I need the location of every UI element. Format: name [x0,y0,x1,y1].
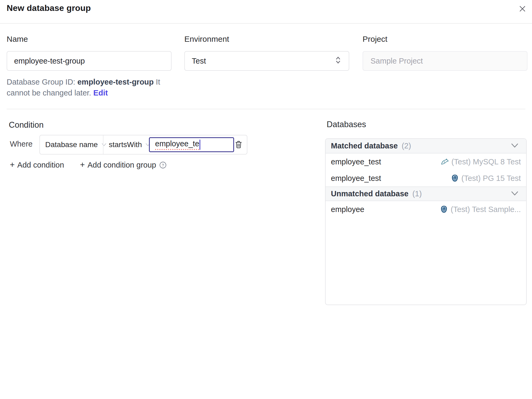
page-title: New database group [7,3,91,13]
add-condition-label: Add condition [17,161,64,169]
database-instance: (Test) PG 15 Test [451,174,521,183]
condition-row: Database name startsWith employee_te [39,135,247,155]
condition-actions: + Add condition + Add condition group ? [10,160,167,170]
environment-label: Environment [184,35,229,44]
database-instance: (Test) MySQL 8 Test [441,157,521,166]
databases-heading: Databases [327,120,366,129]
database-row[interactable]: employee_test (Test) MySQL 8 Test [326,153,526,170]
where-label: Where [10,140,32,148]
add-condition-group-button[interactable]: + Add condition group ? [80,160,167,170]
mysql-icon [441,158,449,166]
section-divider [7,109,525,109]
text-caret [200,140,200,150]
plus-icon: + [10,160,15,170]
unmatched-database-count: (1) [412,189,422,198]
edit-link[interactable]: Edit [93,89,108,97]
condition-operator-select[interactable]: startsWith [103,135,150,154]
project-input: Sample Project [363,51,527,71]
name-input[interactable]: employee-test-group [7,51,172,71]
svg-text:?: ? [162,163,164,167]
help-icon[interactable]: ? [159,161,167,169]
database-row[interactable]: employee (Test) Test Sample... [326,201,526,218]
add-condition-button[interactable]: + Add condition [10,160,64,170]
unmatched-database-title: Unmatched database [331,189,409,198]
postgresql-icon [451,174,459,182]
matched-database-count: (2) [402,142,411,150]
condition-operator-value: startsWith [109,140,142,149]
database-row[interactable]: employee_test (Test) PG 15 Test [326,170,526,186]
plus-icon: + [80,160,85,170]
project-input-value: Sample Project [371,57,423,65]
database-name: employee_test [331,174,381,183]
delete-condition-button[interactable] [232,135,245,154]
database-group-id-hint: Database Group ID: employee-test-group I… [7,77,174,98]
chevron-down-icon [510,190,519,198]
unmatched-database-header[interactable]: Unmatched database (1) [326,186,526,201]
name-input-value: employee-test-group [14,57,85,65]
database-instance: (Test) Test Sample... [440,205,521,214]
name-label: Name [7,35,28,44]
environment-select[interactable]: Test [184,51,349,71]
add-condition-group-label: Add condition group [88,161,156,169]
database-name: employee_test [331,157,381,166]
close-icon [518,5,527,14]
matched-database-title: Matched database [331,142,398,150]
chevron-down-icon [510,142,519,150]
databases-panel: Matched database (2) employee_test (Test… [325,138,527,305]
id-hint-value: employee-test-group [77,78,154,86]
condition-value-input[interactable]: employee_te [149,137,234,152]
condition-heading: Condition [9,120,44,130]
trash-icon [235,140,243,149]
selector-icon [334,56,342,66]
database-name: employee [331,205,364,214]
project-label: Project [363,35,387,44]
environment-select-value: Test [192,57,206,65]
postgresql-icon [440,205,448,213]
id-hint-prefix: Database Group ID: [7,78,77,86]
header-divider [0,23,532,24]
condition-field-select[interactable]: Database name [40,135,103,154]
close-button[interactable] [517,3,528,15]
matched-database-header[interactable]: Matched database (2) [326,139,526,153]
condition-value-text: employee_te [155,139,199,150]
condition-field-value: Database name [45,140,98,149]
